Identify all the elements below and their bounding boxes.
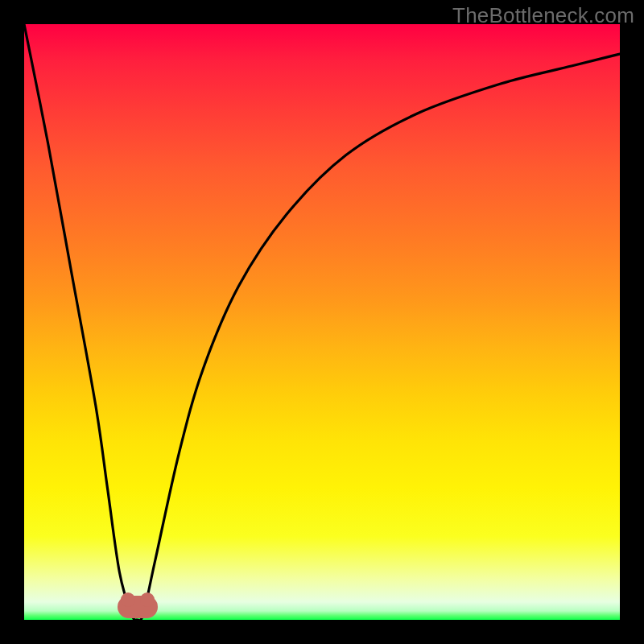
watermark-text: TheBottleneck.com — [452, 3, 634, 28]
curve-svg — [24, 24, 620, 620]
plot-area — [24, 24, 620, 620]
chart-frame: TheBottleneck.com — [0, 0, 644, 644]
bottleneck-curve — [24, 24, 620, 620]
optimal-marker — [118, 596, 158, 618]
